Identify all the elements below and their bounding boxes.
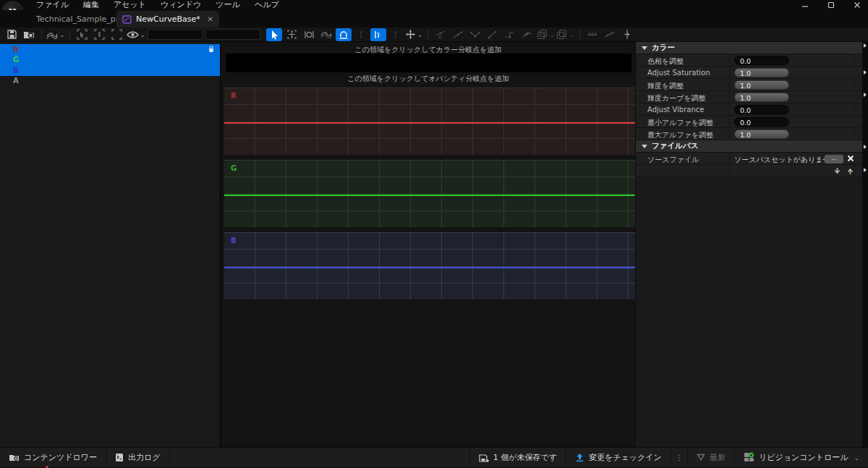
export-path-icon[interactable] <box>846 167 854 175</box>
clear-path-icon[interactable] <box>847 155 854 162</box>
brightness-adjust-field[interactable]: 1.0 <box>734 80 789 90</box>
gradient-preview-bar[interactable] <box>226 54 631 72</box>
auto-tangent-icon[interactable]: A <box>433 28 448 41</box>
collapse-arrow-icon[interactable] <box>642 145 647 148</box>
snap-time-options-menu[interactable] <box>353 28 369 41</box>
checkin-arrow-icon <box>575 453 584 462</box>
constant-tangent-icon[interactable] <box>502 28 518 41</box>
minimize-icon[interactable] <box>800 1 810 9</box>
channel-row-g[interactable]: G <box>0 55 220 66</box>
log-icon <box>115 453 124 462</box>
max-alpha-field[interactable]: 1.0 <box>734 129 789 139</box>
menu-bar: ファイル 編集 アセット ウィンドウ ツール ヘルプ <box>29 0 286 10</box>
curve-track-red[interactable]: R <box>224 88 635 155</box>
detail-row-hue: 色相を調整 0.0 <box>636 54 862 67</box>
flatten-tangents-icon[interactable] <box>584 28 600 41</box>
axis-snapping-dropdown[interactable] <box>405 28 423 41</box>
menu-tools[interactable]: ツール <box>208 0 247 10</box>
time-input[interactable] <box>148 29 203 40</box>
add-opacity-stop-hint[interactable]: この領域をクリックしてオパシティ分岐点を追加 <box>221 74 635 84</box>
curve-editor-toolbar: A <box>0 27 868 42</box>
import-path-icon[interactable] <box>833 167 841 175</box>
vibrance-adjust-field[interactable]: 0.0 <box>734 105 789 114</box>
menu-file[interactable]: ファイル <box>29 0 76 10</box>
content-drawer-button[interactable]: コンテンツドロワー <box>0 448 106 467</box>
channel-row-a[interactable]: A <box>0 76 220 87</box>
curve-track-blue[interactable]: B <box>224 232 635 299</box>
close-icon[interactable] <box>852 1 862 9</box>
unsaved-assets-button[interactable]: 1 個が未保存です <box>469 448 566 467</box>
snap-value-options-menu[interactable] <box>388 28 404 41</box>
section-header-filepath[interactable]: ファイルパス <box>636 140 862 153</box>
detail-row-max-alpha: 最大アルファを調整 1.0 <box>636 128 862 140</box>
lock-icon[interactable] <box>208 46 214 53</box>
smooth-tangent-icon[interactable] <box>450 28 466 41</box>
browse-file-button[interactable]: ... <box>825 155 843 163</box>
linear-tangent-icon[interactable] <box>485 28 501 41</box>
red-curve-line[interactable] <box>224 122 635 124</box>
curve-graph-area[interactable]: この領域をクリックしてカラー分岐点を追加 この領域をクリックしてオパシティ分岐点… <box>221 42 635 447</box>
saturation-adjust-field[interactable]: 1.0 <box>734 68 789 77</box>
sync-latest-button[interactable]: 最新 <box>687 448 734 467</box>
key-details-icon[interactable] <box>619 28 635 41</box>
transform-tool-button[interactable] <box>284 28 299 41</box>
select-tool-button[interactable] <box>266 28 282 41</box>
pre-infinity-dropdown[interactable] <box>537 28 556 41</box>
revision-control-button[interactable]: リビジョンコントロール <box>734 448 868 467</box>
detail-row-brightness-curve: 輝度カーブを調整 1.0 <box>636 91 862 103</box>
channel-row-r[interactable]: R <box>0 44 220 55</box>
curve-asset-icon <box>122 15 132 24</box>
output-log-button[interactable]: 出力ログ <box>106 448 170 467</box>
snap-value-toggle[interactable] <box>370 28 386 41</box>
retime-tool-button[interactable] <box>301 28 317 41</box>
save-button[interactable] <box>4 28 20 41</box>
collapse-arrow-icon[interactable] <box>642 46 647 50</box>
post-infinity-dropdown[interactable] <box>556 28 575 41</box>
window-right-edge <box>862 42 868 447</box>
revision-control-chevron-icon <box>852 453 859 462</box>
tab-technical-sample-project[interactable]: Technical_Sample_proje... <box>26 11 116 27</box>
detail-row-brightness: 輝度を調整 1.0 <box>636 79 862 91</box>
detail-row-vibrance: Adjust Vibrance 0.0 <box>636 103 862 116</box>
menu-help[interactable]: ヘルプ <box>247 0 286 10</box>
source-file-value: ソースパスセットがありません <box>734 155 838 165</box>
frame-selected-keys-icon[interactable] <box>75 28 90 41</box>
checkin-changes-button[interactable]: 変更をチェックイン <box>566 448 671 467</box>
break-tangent-icon[interactable] <box>467 28 483 41</box>
detail-row-min-alpha: 最小アルファを調整 0.0 <box>636 116 862 128</box>
multi-select-tool-button[interactable] <box>318 28 334 41</box>
maximize-icon[interactable] <box>826 1 836 9</box>
section-header-color[interactable]: カラー <box>636 42 862 54</box>
menu-asset[interactable]: アセット <box>106 0 153 10</box>
menu-window[interactable]: ウィンドウ <box>153 0 208 10</box>
visibility-options-dropdown[interactable] <box>127 28 146 41</box>
snap-time-toggle[interactable] <box>336 28 352 41</box>
revision-control-icon <box>744 452 754 462</box>
curve-track-green[interactable]: G <box>224 160 635 227</box>
straighten-tangents-icon[interactable] <box>602 28 618 41</box>
detail-row-path-actions <box>636 165 862 177</box>
frame-all-icon[interactable] <box>109 28 125 41</box>
blue-curve-line[interactable] <box>224 267 635 268</box>
curve-options-dropdown[interactable] <box>46 28 65 41</box>
detail-row-saturation: Adjust Saturation 1.0 <box>636 67 862 79</box>
tab-newcurvebase[interactable]: NewCurveBase* ✕ <box>116 11 219 27</box>
menu-edit[interactable]: 編集 <box>76 0 106 10</box>
green-curve-line[interactable] <box>224 195 635 196</box>
status-bar: コンテンツドロワー 出力ログ 1 個が未保存です 変更をチェックイン 最新 リビ… <box>0 447 868 467</box>
hue-adjust-field[interactable]: 0.0 <box>734 56 789 65</box>
frame-playback-range-icon[interactable] <box>92 28 108 41</box>
browse-to-asset-button[interactable] <box>21 28 37 41</box>
detail-row-source-file: ソースファイル ソースパスセットがありません ... <box>636 153 862 165</box>
checkin-options-menu[interactable] <box>671 448 687 467</box>
tab-close-icon[interactable]: ✕ <box>208 15 213 23</box>
folder-icon <box>9 453 20 461</box>
title-bar: ファイル 編集 アセット ウィンドウ ツール ヘルプ <box>0 0 868 10</box>
brightness-curve-field[interactable]: 1.0 <box>734 93 789 102</box>
value-input[interactable] <box>205 29 260 40</box>
weighted-tangent-icon[interactable] <box>519 28 535 41</box>
sync-latest-icon <box>697 454 705 461</box>
save-stack-icon <box>479 453 489 462</box>
channel-row-b[interactable]: B <box>0 65 220 76</box>
min-alpha-field[interactable]: 0.0 <box>734 117 789 127</box>
